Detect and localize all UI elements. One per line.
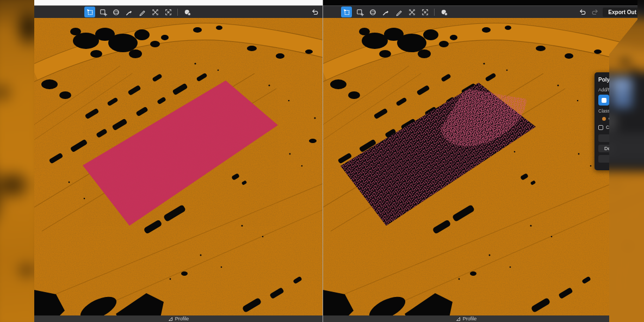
box-select-icon xyxy=(421,8,429,16)
box-select-tool[interactable] xyxy=(419,7,430,17)
cross-cut-icon xyxy=(408,8,416,16)
profile-icon xyxy=(456,317,461,321)
cross-cut-icon xyxy=(151,8,159,16)
sphere-icon xyxy=(369,8,377,16)
export-output-button[interactable]: Export Out xyxy=(603,8,642,17)
undo-icon xyxy=(579,8,587,16)
profile-toggle-left[interactable]: Profile xyxy=(168,316,189,321)
brush-tool[interactable] xyxy=(123,7,134,17)
class-color-dot xyxy=(602,117,606,121)
point-cloud-canvas-left[interactable] xyxy=(34,18,323,315)
blur-left-band xyxy=(0,0,34,322)
undo-button[interactable] xyxy=(579,8,587,16)
blur-right-band xyxy=(609,0,644,322)
pencil-icon xyxy=(138,8,146,16)
toolbar-divider xyxy=(434,9,435,16)
paint-orb-tool[interactable] xyxy=(438,7,449,17)
app-window: Profile xyxy=(0,0,644,322)
redo-icon xyxy=(591,8,599,16)
pencil-tool[interactable] xyxy=(137,7,147,17)
polygon-select-tool[interactable] xyxy=(84,7,95,17)
sphere-tool[interactable] xyxy=(367,7,378,17)
cross-cut-tool[interactable] xyxy=(406,7,417,17)
polygon-select-tool[interactable] xyxy=(341,7,352,17)
profile-icon xyxy=(168,317,173,321)
sphere-icon xyxy=(112,8,120,16)
top-strip-right xyxy=(323,0,644,5)
brush-icon xyxy=(125,8,133,16)
add-box-icon xyxy=(99,8,107,16)
tool-group-right xyxy=(341,7,449,17)
toolbar-left xyxy=(34,5,323,18)
paint-orb-icon xyxy=(183,8,191,16)
top-strip-left xyxy=(34,0,323,5)
undo-icon xyxy=(311,8,319,16)
add-box-icon xyxy=(356,8,364,16)
panel-divider xyxy=(323,0,323,322)
paint-orb-icon xyxy=(440,8,448,16)
polygon-select-icon xyxy=(86,8,94,16)
profile-label: Profile xyxy=(463,316,477,321)
tool-group-left xyxy=(84,7,193,17)
square-fill-icon xyxy=(602,98,606,103)
add-box-tool[interactable] xyxy=(97,7,108,17)
toolbar-divider xyxy=(177,9,178,16)
viewer-panel-left: Profile xyxy=(34,0,323,322)
pencil-icon xyxy=(395,8,403,16)
cross-cut-tool[interactable] xyxy=(150,7,160,17)
profile-label: Profile xyxy=(175,316,189,321)
box-select-icon xyxy=(164,8,172,16)
polygon-select-icon xyxy=(343,8,351,16)
pencil-tool[interactable] xyxy=(393,7,404,17)
add-box-tool[interactable] xyxy=(354,7,365,17)
box-select-tool[interactable] xyxy=(163,7,174,17)
square-fill-mode-button[interactable] xyxy=(598,95,609,106)
undo-button[interactable] xyxy=(311,8,319,16)
paint-orb-tool[interactable] xyxy=(182,7,193,17)
statusbar-right: Profile xyxy=(323,315,609,322)
toolbar-right: Export Out xyxy=(323,5,644,18)
sphere-tool[interactable] xyxy=(110,7,121,17)
toolbar-right-group-left xyxy=(311,8,319,16)
checkbox xyxy=(598,125,603,130)
statusbar-left: Profile xyxy=(34,315,323,322)
brush-icon xyxy=(382,8,390,16)
brush-tool[interactable] xyxy=(380,7,391,17)
toolbar-right-group-right: Export Out xyxy=(579,8,642,17)
redo-button[interactable] xyxy=(591,8,599,16)
profile-toggle-right[interactable]: Profile xyxy=(456,316,477,321)
